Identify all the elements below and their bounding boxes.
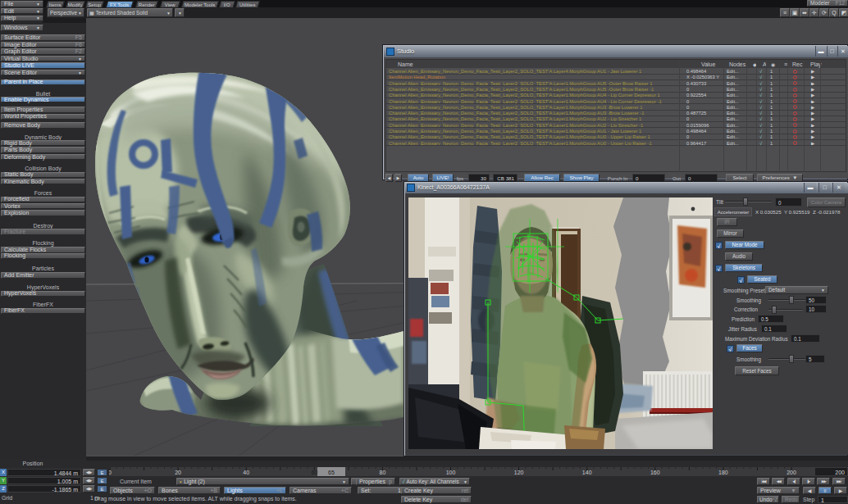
svg-text:160: 160 <box>650 470 660 475</box>
svg-text:140: 140 <box>582 470 592 475</box>
svg-text:60: 60 <box>311 470 317 475</box>
svg-text:20: 20 <box>175 470 181 475</box>
svg-text:0: 0 <box>109 470 112 475</box>
svg-text:120: 120 <box>514 470 524 475</box>
svg-text:40: 40 <box>243 470 249 475</box>
svg-text:80: 80 <box>380 470 386 475</box>
svg-text:100: 100 <box>446 470 456 475</box>
svg-text:200: 200 <box>786 470 796 475</box>
svg-text:65: 65 <box>328 470 335 475</box>
svg-text:180: 180 <box>718 470 728 475</box>
